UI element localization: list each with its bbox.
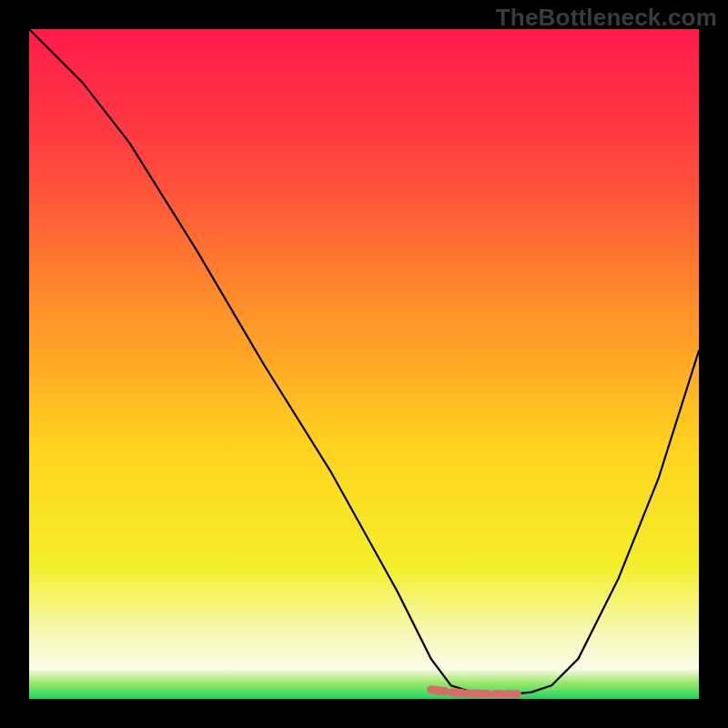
plot-area xyxy=(29,29,699,699)
chart-svg xyxy=(0,0,728,728)
chart-frame: TheBottleneck.com xyxy=(0,0,728,728)
